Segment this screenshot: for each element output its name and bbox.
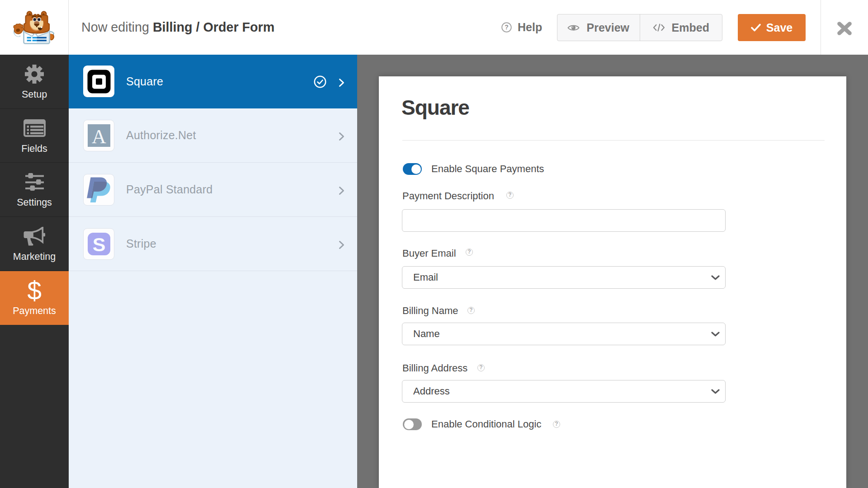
svg-text:A: A: [92, 126, 106, 148]
svg-text:?: ?: [505, 23, 509, 31]
svg-text:S: S: [93, 234, 106, 255]
